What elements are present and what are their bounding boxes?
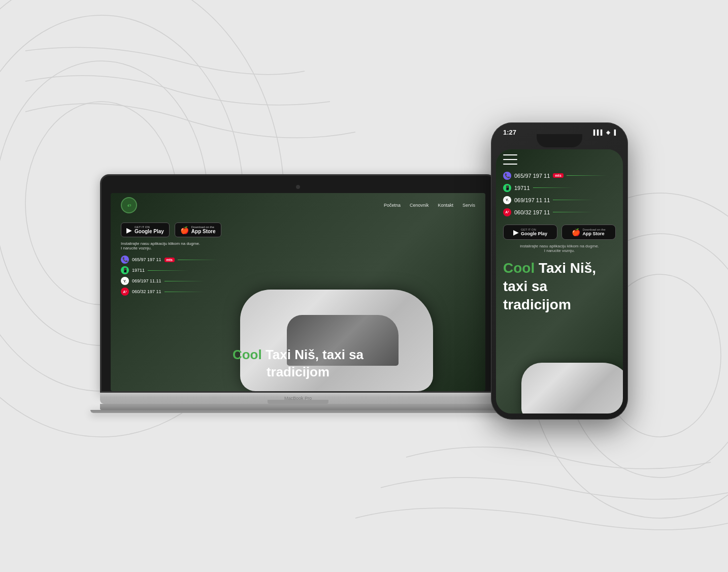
phone-whatsapp-icon: 📱 — [503, 184, 511, 192]
install-text: Instalirajte nasu aplikaciju klikom na d… — [121, 241, 475, 250]
phone-google-large: Google Play — [521, 231, 547, 236]
nav-kontakt[interactable]: Kontakt — [438, 203, 453, 208]
phone-whatsapp-number[interactable]: 19711 — [514, 185, 530, 191]
whatsapp-number[interactable]: 19711 — [132, 268, 145, 273]
phone-hero-cool: Cool — [503, 260, 535, 276]
phone-install-line1: instalirajte nasu aplikaciju klikom na d… — [503, 244, 616, 248]
phone-app-store-large: App Store — [582, 231, 605, 236]
phone-apple-icon: 🍎 — [572, 228, 580, 236]
phone-a1-underline — [553, 212, 593, 212]
laptop-screen-outer: 🏷 Početna Cenovnik Kontakt Servis ▶ — [100, 174, 496, 393]
phone-notch — [537, 134, 582, 147]
phone-whatsapp-underline — [533, 187, 574, 188]
laptop-hero-text: Cool Taxi Niš, taxi sa tradicijom — [222, 346, 374, 381]
hamburger-line-3 — [503, 164, 517, 165]
site-logo: 🏷 — [121, 197, 137, 213]
laptop-notch — [268, 400, 328, 404]
app-store-button[interactable]: 🍎 Download on the App Store — [175, 223, 221, 237]
phone-google-play-button[interactable]: ▶ GET IT ON Google Play — [503, 225, 557, 240]
yettel-number[interactable]: 069/197 11.11 — [132, 278, 161, 283]
phone-a1-icon: A¹ — [503, 208, 511, 216]
app-store-large: App Store — [191, 229, 216, 234]
mts-badge: mts — [164, 258, 175, 262]
whatsapp-underline — [148, 270, 188, 271]
phone-status-icons: ▌▌▌ ◈ ▐ — [593, 130, 616, 135]
phone-app-buttons: ▶ GET IT ON Google Play 🍎 Download on th… — [503, 225, 616, 240]
google-play-large: Google Play — [135, 229, 164, 234]
google-play-icon: ▶ — [126, 226, 132, 234]
install-text-line2: I narucite voznju. — [121, 246, 475, 250]
laptop-content: ▶ GET IT ON Google Play 🍎 Download on th… — [111, 217, 485, 301]
phone-yettel-number[interactable]: 069/197 11 11 — [514, 197, 550, 203]
phone-viber-number[interactable]: 065/97 197 11 — [514, 173, 550, 179]
laptop-mockup: 🏷 Početna Cenovnik Kontakt Servis ▶ — [100, 174, 496, 413]
phone-row-a1: A¹ 060/32 197 11 — [121, 288, 475, 296]
laptop-screen: 🏷 Početna Cenovnik Kontakt Servis ▶ — [111, 193, 485, 391]
hero-cool: Cool — [233, 347, 262, 362]
laptop-camera — [296, 185, 300, 189]
phone-phone-numbers: 📞 065/97 197 11 mts 📱 19711 Y. 0 — [503, 172, 616, 216]
phone-whatsapp-row: 📱 19711 — [503, 184, 616, 192]
wifi-icon: ◈ — [606, 130, 610, 135]
viber-underline — [178, 260, 218, 260]
phone-hero-text: Cool Taxi Niš, taxi sa tradicijom — [503, 259, 616, 314]
hero-rest: Taxi Niš, taxi sa tradicijom — [262, 347, 363, 379]
a1-underline — [164, 292, 205, 292]
main-container: 🏷 Početna Cenovnik Kontakt Servis ▶ — [0, 0, 728, 572]
nav-links: Početna Cenovnik Kontakt Servis — [384, 203, 475, 208]
phone-viber-row: 📞 065/97 197 11 mts — [503, 172, 616, 180]
phone-row-yettel: Y. 069/197 11.11 — [121, 277, 475, 285]
google-play-button[interactable]: ▶ GET IT ON Google Play — [121, 223, 170, 237]
hamburger-menu[interactable] — [503, 154, 517, 165]
phone-yettel-icon: Y. — [503, 196, 511, 204]
laptop-foot — [90, 410, 506, 413]
hamburger-line-1 — [503, 154, 517, 155]
apple-icon: 🍎 — [180, 226, 189, 234]
phone-content: 📞 065/97 197 11 mts 📱 19711 Y. 0 — [496, 149, 623, 320]
phone-app-store-text: Download on the App Store — [582, 228, 605, 236]
whatsapp-icon: 📱 — [121, 266, 129, 274]
phone-a1-row: A¹ 060/32 197 11 — [503, 208, 616, 216]
phone-yettel-row: Y. 069/197 11 11 — [503, 196, 616, 204]
phone-time: 1:27 — [503, 129, 516, 136]
phone-viber-underline — [567, 175, 607, 176]
viber-icon: 📞 — [121, 256, 129, 264]
phone-install-line2: I narucite voznju. — [503, 248, 616, 253]
phone-yettel-underline — [553, 200, 593, 200]
laptop-base: MacBook Pro — [100, 393, 496, 404]
phone-install-text: instalirajte nasu aplikaciju klikom na d… — [503, 244, 616, 253]
phone-outer: 1:27 ▌▌▌ ◈ ▐ — [491, 122, 628, 420]
hamburger-line-2 — [503, 159, 517, 160]
nav-pocetna[interactable]: Početna — [384, 203, 401, 208]
phone-mts-badge: mts — [553, 173, 563, 178]
phone-mockup: 1:27 ▌▌▌ ◈ ▐ — [491, 122, 628, 420]
viber-number[interactable]: 065/97 197 11 — [132, 257, 161, 262]
install-text-line1: Instalirajte nasu aplikaciju klikom na d… — [121, 241, 475, 246]
phone-screen: 📞 065/97 197 11 mts 📱 19711 Y. 0 — [496, 149, 623, 414]
laptop-stand — [100, 404, 496, 410]
phone-google-play-icon: ▶ — [513, 228, 519, 236]
yettel-icon: Y. — [121, 277, 129, 285]
laptop-hero-title: Cool Taxi Niš, taxi sa tradicijom — [222, 346, 374, 381]
a1-number[interactable]: 060/32 197 11 — [132, 289, 161, 294]
phone-row-viber: 📞 065/97 197 11 mts — [121, 256, 475, 264]
google-play-text: GET IT ON Google Play — [135, 226, 164, 234]
phone-viber-icon: 📞 — [503, 172, 511, 180]
laptop-navbar: 🏷 Početna Cenovnik Kontakt Servis — [111, 193, 485, 217]
laptop-app-buttons: ▶ GET IT ON Google Play 🍎 Download on th… — [121, 223, 475, 237]
nav-servis[interactable]: Servis — [462, 203, 475, 208]
phone-row-whatsapp: 📱 19711 — [121, 266, 475, 274]
phone-google-play-text: GET IT ON Google Play — [521, 228, 547, 236]
app-store-text: Download on the App Store — [191, 226, 216, 234]
signal-icon: ▌▌▌ — [593, 130, 604, 135]
phone-a1-number[interactable]: 060/32 197 11 — [514, 209, 550, 215]
laptop-phone-numbers: 📞 065/97 197 11 mts 📱 19711 Y. 0 — [121, 256, 475, 296]
logo-text: 🏷 — [127, 204, 131, 207]
a1-icon: A¹ — [121, 288, 129, 296]
yettel-underline — [164, 281, 205, 281]
nav-cenovnik[interactable]: Cenovnik — [410, 203, 429, 208]
battery-icon: ▐ — [612, 130, 616, 135]
phone-app-store-button[interactable]: 🍎 Download on the App Store — [561, 225, 616, 240]
phone-hero-title: Cool Taxi Niš, taxi sa tradicijom — [503, 259, 616, 314]
